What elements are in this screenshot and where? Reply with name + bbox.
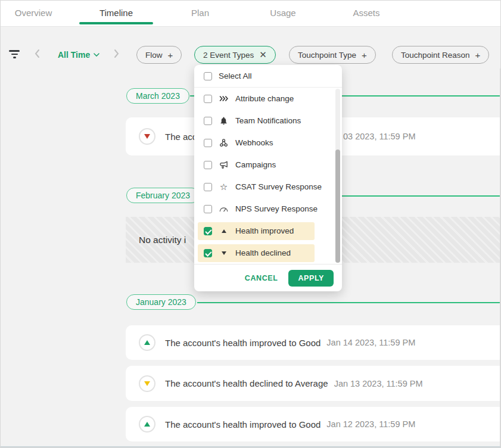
- timeline-event-card[interactable]: The account's health improved to Good Ja…: [126, 325, 500, 360]
- month-divider-line: [197, 302, 500, 303]
- checkbox[interactable]: [204, 117, 212, 125]
- timeline-event-card[interactable]: The account's health declined to Average…: [126, 366, 500, 401]
- select-all-option[interactable]: Select All: [194, 65, 342, 88]
- triple-chevron-right-icon: [219, 95, 229, 102]
- checkbox[interactable]: [204, 139, 212, 147]
- option-campaigns[interactable]: Campaigns: [194, 154, 342, 176]
- chevron-right-icon[interactable]: [114, 49, 123, 60]
- checkbox-checked[interactable]: [204, 227, 212, 235]
- health-declined-icon: [139, 375, 155, 392]
- app-window: Overview Timeline Plan Usage Assets All …: [0, 0, 501, 448]
- chevron-left-icon[interactable]: [34, 49, 43, 60]
- tab-overview[interactable]: Overview: [11, 1, 55, 26]
- cancel-button[interactable]: CANCEL: [245, 274, 278, 282]
- selected-option-highlight: Health declined: [198, 244, 315, 262]
- timeline-event-card[interactable]: The account's health improved to Good Ja…: [126, 407, 500, 441]
- triangle-up-icon: [219, 229, 229, 233]
- checkbox[interactable]: [204, 205, 212, 213]
- selected-option-highlight: Health improved: [198, 222, 315, 240]
- event-text: The acc: [165, 132, 197, 142]
- filter-chip-flow[interactable]: Flow +: [136, 46, 182, 64]
- event-text: The account's health improved to Good: [165, 338, 320, 348]
- time-range-label: All Time: [58, 50, 90, 60]
- tab-assets[interactable]: Assets: [344, 1, 388, 26]
- option-label: CSAT Survey Response: [235, 182, 322, 191]
- event-timestamp: Jan 12 2023, 11:59 PM: [326, 419, 415, 429]
- tab-usage[interactable]: Usage: [261, 1, 305, 26]
- month-badge-january: January 2023: [126, 294, 196, 310]
- megaphone-icon: [219, 161, 229, 169]
- option-webhooks[interactable]: Webhooks: [194, 132, 342, 154]
- month-badge-february: February 2023: [126, 188, 200, 203]
- time-range-selector[interactable]: All Time: [58, 50, 99, 60]
- option-health-declined[interactable]: Health declined: [194, 242, 342, 264]
- bell-icon: [219, 117, 229, 125]
- tab-plan[interactable]: Plan: [179, 1, 222, 26]
- option-label: Select All: [219, 71, 252, 80]
- filter-chip-event-types[interactable]: 2 Event Types ✕: [194, 46, 276, 64]
- checkbox[interactable]: [204, 95, 212, 103]
- option-label: Webhooks: [235, 138, 273, 147]
- health-declined-icon: [139, 128, 155, 145]
- filter-icon[interactable]: [8, 50, 20, 58]
- chip-label: 2 Event Types: [203, 51, 254, 60]
- event-timestamp: 03 2023, 11:59 PM: [343, 132, 415, 141]
- gauge-icon: [219, 206, 229, 212]
- plus-icon: +: [168, 50, 173, 60]
- star-outline-icon: ☆: [219, 182, 229, 192]
- health-improved-icon: [139, 334, 155, 351]
- dropdown-scrollbar-thumb[interactable]: [335, 150, 340, 263]
- option-label: Attribute change: [235, 94, 294, 103]
- no-activity-text: No activity i: [139, 235, 186, 245]
- option-health-improved[interactable]: Health improved: [194, 220, 342, 242]
- checkbox-checked[interactable]: [204, 249, 212, 257]
- health-improved-icon: [139, 416, 155, 433]
- option-label: Health improved: [235, 226, 294, 235]
- tab-timeline[interactable]: Timeline: [79, 1, 153, 26]
- filter-chip-touchpoint-type[interactable]: Touchpoint Type +: [289, 46, 376, 64]
- event-timestamp: Jan 14 2023, 11:59 PM: [326, 338, 415, 347]
- event-types-dropdown: Select All Attribute change Team Notific…: [194, 65, 342, 291]
- option-label: Campaigns: [235, 160, 276, 169]
- webhook-icon: [219, 138, 229, 147]
- chip-label: Touchpoint Reason: [401, 51, 470, 60]
- option-team-notifications[interactable]: Team Notifications: [194, 110, 342, 132]
- event-type-options-list: Attribute change Team Notifications Webh…: [194, 88, 342, 264]
- option-label: Health declined: [235, 248, 291, 257]
- event-text: The account's health declined to Average: [165, 378, 328, 388]
- tab-bar: Overview Timeline Plan Usage Assets: [1, 1, 500, 27]
- option-csat-survey-response[interactable]: ☆ CSAT Survey Response: [194, 176, 342, 198]
- chevron-down-icon: [94, 53, 99, 57]
- timeline-page: All Time Flow + 2 Event Types ✕ Touchpoi…: [1, 27, 501, 448]
- filter-chip-touchpoint-reason[interactable]: Touchpoint Reason +: [392, 46, 489, 64]
- chip-label: Flow: [145, 51, 163, 60]
- select-all-checkbox[interactable]: [204, 72, 212, 80]
- chip-label: Touchpoint Type: [298, 51, 356, 60]
- month-badge-march: March 2023: [126, 88, 189, 104]
- triangle-down-icon: [219, 251, 229, 255]
- plus-icon: +: [475, 50, 481, 60]
- option-nps-survey-response[interactable]: NPS Survey Response: [194, 198, 342, 220]
- event-text: The account's health improved to Good: [165, 419, 320, 430]
- apply-button[interactable]: APPLY: [288, 270, 334, 287]
- dropdown-footer: CANCEL APPLY: [194, 264, 342, 291]
- option-label: Team Notifications: [235, 116, 301, 125]
- option-label: NPS Survey Response: [235, 204, 318, 213]
- checkbox[interactable]: [204, 183, 212, 191]
- plus-icon: +: [362, 50, 367, 60]
- event-timestamp: Jan 13 2023, 11:59 PM: [334, 379, 423, 388]
- option-attribute-change[interactable]: Attribute change: [194, 88, 342, 110]
- checkbox[interactable]: [204, 161, 212, 169]
- close-icon[interactable]: ✕: [259, 49, 267, 60]
